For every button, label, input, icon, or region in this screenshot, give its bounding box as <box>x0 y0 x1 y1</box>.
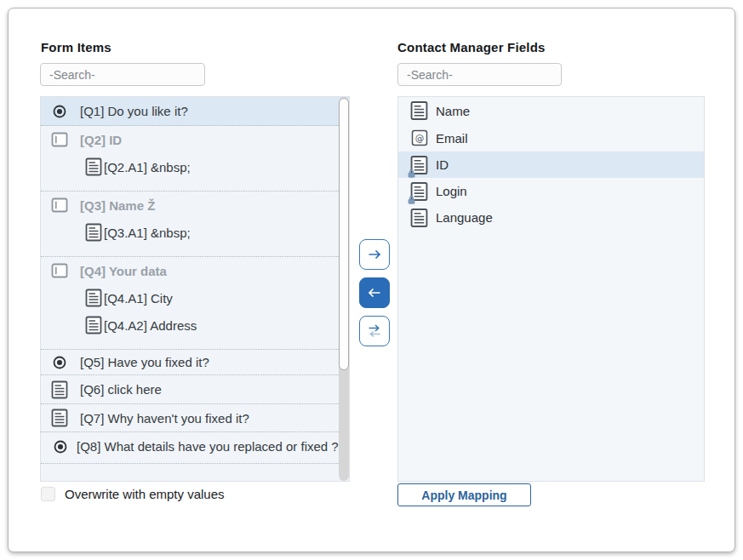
list-item-label: [Q3] Name Ž <box>80 198 155 213</box>
scrollbar-thumb[interactable] <box>339 98 349 370</box>
list-item-label: [Q2.A1] &nbsp; <box>104 160 191 174</box>
radio-icon <box>53 439 68 454</box>
text-lines-icon <box>85 157 102 176</box>
list-item-q5[interactable]: [Q5] Have you fixed it? <box>41 350 349 375</box>
field-item-language[interactable]: Language <box>398 204 704 231</box>
list-item-q1[interactable]: [Q1] Do you like it? <box>41 97 349 126</box>
locked-field-icon <box>410 181 428 202</box>
contact-fields-search-input[interactable] <box>397 63 562 86</box>
text-lines-icon <box>51 380 68 399</box>
input-field-icon <box>51 262 68 279</box>
question-group-q2: [Q2] ID [Q2.A1] &nbsp; <box>41 126 349 191</box>
arrow-left-icon <box>366 284 383 301</box>
list-item-label: [Q4.A1] City <box>104 291 173 306</box>
list-item-label: [Q5] Have you fixed it? <box>80 355 209 369</box>
form-items-search-input[interactable] <box>40 63 205 86</box>
field-mapping-dialog: Form Items Contact Manager Fields [Q1] D… <box>8 8 735 552</box>
overwrite-checkbox-label: Overwrite with empty values <box>65 487 225 501</box>
field-item-id[interactable]: ID <box>398 151 704 178</box>
scrollbar-track[interactable] <box>339 97 349 481</box>
list-item-q3a1[interactable]: [Q3.A1] &nbsp; <box>41 219 349 246</box>
overwrite-option: Overwrite with empty values <box>41 487 225 501</box>
lock-icon <box>407 169 416 178</box>
text-lines-icon <box>85 316 102 334</box>
list-item-q6[interactable]: [Q6] click here <box>41 375 349 404</box>
text-lines-icon <box>85 289 102 307</box>
map-both-ways-button[interactable] <box>359 316 390 346</box>
apply-mapping-button[interactable]: Apply Mapping <box>397 483 531 506</box>
text-lines-icon <box>51 409 68 427</box>
list-item-q4[interactable]: [Q4] Your data <box>41 257 349 284</box>
field-item-label: Email <box>436 131 468 146</box>
swap-arrows-icon <box>366 323 383 340</box>
list-item-label: [Q1] Do you like it? <box>80 104 188 118</box>
map-left-button[interactable] <box>359 277 390 308</box>
lock-icon <box>407 195 416 204</box>
question-group-q4: [Q4] Your data [Q4.A1] City [Q4.A2] Addr… <box>41 257 349 350</box>
locked-field-icon <box>410 155 428 175</box>
question-group-q3: [Q3] Name Ž [Q3.A1] &nbsp; <box>41 191 349 257</box>
field-item-label: Login <box>436 184 467 198</box>
list-item-q4a2[interactable]: [Q4.A2] Address <box>41 311 349 339</box>
list-item-q4a1[interactable]: [Q4.A1] City <box>41 284 349 311</box>
input-field-icon <box>51 197 68 214</box>
form-items-list: [Q1] Do you like it? [Q2] ID [Q2.A1] &nb… <box>40 96 350 482</box>
contact-fields-title: Contact Manager Fields <box>397 40 546 54</box>
email-icon <box>410 128 428 148</box>
contact-manager-fields-list: Name Email ID Login Language <box>397 96 705 482</box>
map-right-button[interactable] <box>359 239 390 270</box>
field-item-login[interactable]: Login <box>398 178 704 204</box>
text-lines-icon <box>410 100 428 121</box>
field-item-label: ID <box>436 157 449 172</box>
list-item-q7[interactable]: [Q7] Why haven't you fixed it? <box>41 404 349 432</box>
field-item-email[interactable]: Email <box>398 124 704 151</box>
list-item-label: [Q3.A1] &nbsp; <box>104 226 191 240</box>
arrow-right-icon <box>366 246 383 263</box>
radio-icon <box>51 104 68 119</box>
form-items-title: Form Items <box>41 40 111 54</box>
list-item-q2a1[interactable]: [Q2.A1] &nbsp; <box>41 153 349 180</box>
text-lines-icon <box>85 223 102 242</box>
list-item-label: [Q6] click here <box>80 382 162 397</box>
list-item-label: [Q7] Why haven't you fixed it? <box>80 411 249 426</box>
radio-icon <box>51 355 68 370</box>
list-item-label: [Q2] ID <box>80 133 122 147</box>
list-item-label: [Q4.A2] Address <box>104 318 197 333</box>
list-item-label: [Q8] What details have you replaced or f… <box>77 439 339 454</box>
field-item-label: Name <box>436 104 470 118</box>
text-lines-icon <box>410 208 428 228</box>
list-item-label: [Q4] Your data <box>80 264 167 278</box>
list-item-q3[interactable]: [Q3] Name Ž <box>41 191 349 219</box>
field-item-name[interactable]: Name <box>398 97 704 124</box>
overwrite-checkbox[interactable] <box>41 487 55 501</box>
list-item-q8[interactable]: [Q8] What details have you replaced or f… <box>41 432 349 464</box>
field-item-label: Language <box>436 210 493 225</box>
input-field-icon <box>51 131 68 148</box>
list-item-q2[interactable]: [Q2] ID <box>41 126 349 153</box>
